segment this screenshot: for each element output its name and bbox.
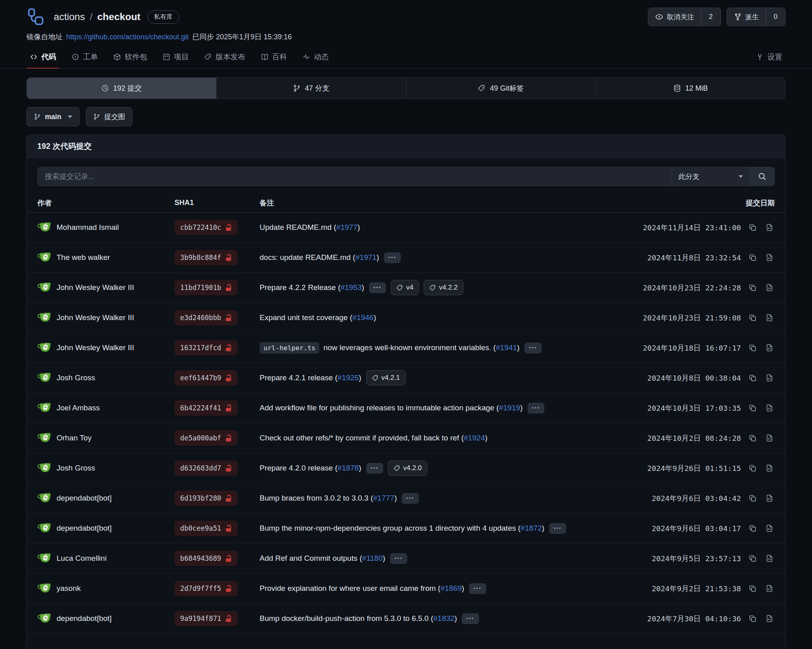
tag-link[interactable]: v4.2.2 <box>424 280 463 295</box>
tab-issues[interactable]: 工单 <box>68 47 101 69</box>
branch-selector[interactable]: main <box>26 107 79 126</box>
expand-commit-button[interactable]: ··· <box>390 553 407 564</box>
commit-message[interactable]: Bump braces from 3.0.2 to 3.0.3 ( <box>260 494 373 503</box>
copy-sha-button[interactable] <box>747 553 758 564</box>
view-file-at-commit-button[interactable] <box>764 463 775 473</box>
expand-commit-button[interactable]: ··· <box>369 282 386 293</box>
repo-name-link[interactable]: checkout <box>97 11 140 22</box>
issue-link[interactable]: #1832 <box>433 614 455 623</box>
branch-scope-select[interactable]: 此分支 <box>672 167 749 186</box>
stat-branches[interactable]: 47 分支 <box>217 78 406 99</box>
copy-sha-button[interactable] <box>747 252 758 263</box>
tab-activity[interactable]: 动态 <box>299 47 332 69</box>
avatar[interactable] <box>37 492 51 504</box>
commit-sha-link[interactable]: eef61447b9 <box>175 370 238 385</box>
avatar[interactable] <box>37 372 51 384</box>
copy-sha-button[interactable] <box>747 493 758 503</box>
view-file-at-commit-button[interactable] <box>764 222 775 233</box>
unwatch-button[interactable]: 取消关注 <box>648 8 701 26</box>
commit-message-close[interactable]: ) <box>377 253 379 262</box>
issue-link[interactable]: #1919 <box>499 404 520 412</box>
commit-sha-link[interactable]: 3b9b8c884f <box>175 250 238 265</box>
commit-author-name[interactable]: dependabot[bot] <box>57 494 112 503</box>
avatar[interactable] <box>37 522 51 534</box>
commit-author-name[interactable]: Luca Comellini <box>57 554 107 563</box>
tag-link[interactable]: v4 <box>391 280 419 295</box>
commit-sha-link[interactable]: 6d193bf280 <box>175 491 238 506</box>
copy-sha-button[interactable] <box>747 282 758 293</box>
watchers-count[interactable]: 2 <box>701 8 720 26</box>
avatar[interactable] <box>37 552 51 564</box>
commit-sha-link[interactable]: cbb722410c <box>175 220 238 235</box>
avatar[interactable] <box>37 402 51 414</box>
commit-author-name[interactable]: Orhan Toy <box>57 434 91 442</box>
copy-sha-button[interactable] <box>747 613 758 624</box>
tag-link[interactable]: v4.2.1 <box>366 370 406 385</box>
expand-commit-button[interactable]: ··· <box>384 252 401 263</box>
commit-sha-link[interactable]: 11bd71901b <box>175 280 238 295</box>
commit-author-name[interactable]: John Wesley Walker III <box>57 313 134 322</box>
issue-link[interactable]: #1941 <box>496 343 517 352</box>
commit-message-close[interactable]: ) <box>374 313 376 322</box>
avatar[interactable] <box>37 221 51 233</box>
commit-message-close[interactable]: ) <box>394 494 397 503</box>
commit-message[interactable]: Check out other refs/* by commit if prov… <box>260 434 464 442</box>
commit-graph-button[interactable]: 提交图 <box>86 107 133 126</box>
commit-message-close[interactable]: ) <box>383 554 385 563</box>
copy-sha-button[interactable] <box>747 583 758 594</box>
search-input[interactable] <box>38 167 672 186</box>
view-file-at-commit-button[interactable] <box>764 373 775 383</box>
copy-sha-button[interactable] <box>747 312 758 323</box>
commit-message-close[interactable]: ) <box>462 584 464 593</box>
avatar[interactable] <box>37 432 51 444</box>
copy-sha-button[interactable] <box>747 343 758 353</box>
commit-sha-link[interactable]: b684943689 <box>175 551 238 566</box>
view-file-at-commit-button[interactable] <box>764 433 775 443</box>
commit-message[interactable]: Provide explanation for where user email… <box>260 584 441 593</box>
commit-sha-link[interactable]: e3d2460bbb <box>175 310 238 325</box>
commit-sha-link[interactable]: 6b42224f41 <box>175 400 238 416</box>
commit-sha-link[interactable]: 9a9194f871 <box>175 611 238 626</box>
commit-message-close[interactable]: ) <box>542 524 544 533</box>
copy-sha-button[interactable] <box>747 433 758 443</box>
issue-link[interactable]: #1180 <box>362 554 383 563</box>
commit-author-name[interactable]: Joel Ambass <box>57 404 100 412</box>
commit-author-name[interactable]: dependabot[bot] <box>57 614 112 623</box>
fork-button[interactable]: 派生 <box>727 8 766 26</box>
commit-message[interactable]: Bump docker/build-push-action from 5.3.0… <box>260 614 433 623</box>
copy-sha-button[interactable] <box>747 523 758 533</box>
commit-message-close[interactable]: ) <box>455 614 457 623</box>
view-file-at-commit-button[interactable] <box>764 613 775 624</box>
avatar[interactable] <box>37 462 51 474</box>
commit-message[interactable]: Bump the minor-npm-dependencies group ac… <box>260 524 521 533</box>
commit-message[interactable]: Prepare 4.2.2 Release ( <box>260 283 341 292</box>
issue-link[interactable]: #1872 <box>521 524 542 533</box>
avatar[interactable] <box>37 612 51 625</box>
stat-size[interactable]: 12 MiB <box>596 78 785 99</box>
view-file-at-commit-button[interactable] <box>764 343 775 353</box>
commit-message-close[interactable]: ) <box>485 434 487 442</box>
commit-author-name[interactable]: dependabot[bot] <box>57 524 112 533</box>
commit-author-name[interactable]: yasonk <box>57 584 81 593</box>
view-file-at-commit-button[interactable] <box>764 493 775 503</box>
tab-releases[interactable]: 版本发布 <box>201 47 249 69</box>
commit-author-name[interactable]: Josh Gross <box>57 464 95 473</box>
commit-message[interactable]: Expand unit test coverage ( <box>260 313 352 322</box>
issue-link[interactable]: #1925 <box>337 373 359 382</box>
avatar[interactable] <box>37 342 51 354</box>
commit-sha-link[interactable]: de5a000abf <box>175 430 238 446</box>
commit-sha-link[interactable]: 2d7d9f7ff5 <box>175 581 238 596</box>
tab-packages[interactable]: 软件包 <box>110 47 150 69</box>
search-button[interactable] <box>749 167 774 186</box>
commit-message-close[interactable]: ) <box>362 283 364 292</box>
copy-sha-button[interactable] <box>747 222 758 233</box>
expand-commit-button[interactable]: ··· <box>402 493 418 504</box>
expand-commit-button[interactable]: ··· <box>366 463 383 474</box>
commit-sha-link[interactable]: d632683dd7 <box>175 460 238 476</box>
issue-link[interactable]: #1977 <box>336 223 357 232</box>
commit-author-name[interactable]: The web walker <box>57 253 110 262</box>
view-file-at-commit-button[interactable] <box>764 523 775 533</box>
issue-link[interactable]: #1777 <box>373 494 394 503</box>
commit-message[interactable]: Update README.md ( <box>260 223 336 232</box>
commit-author-name[interactable]: Mohammad Ismail <box>57 223 119 232</box>
